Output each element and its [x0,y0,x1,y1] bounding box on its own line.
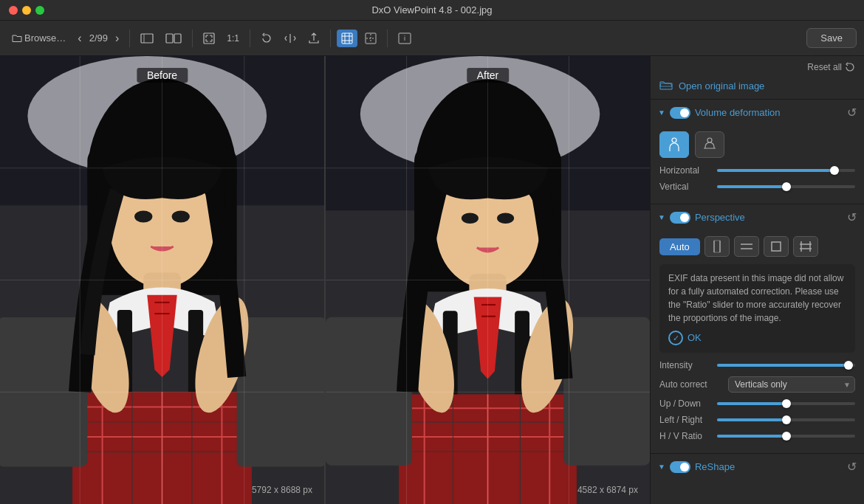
info-icon: i [398,32,411,44]
maximize-button[interactable] [35,6,44,15]
export-button[interactable] [304,30,324,47]
main-area: Before 5792 x 8688 px [0,56,864,504]
info-ok-row: ✓ OK [668,331,846,345]
hv-ratio-fill [717,435,786,438]
volume-deformation-header[interactable]: ▼ Volume deformation ↺ [651,100,864,125]
reset-all-button[interactable]: Reset all [807,62,855,72]
image-area: Before 5792 x 8688 px [0,56,650,504]
auto-correct-label: Auto correct [659,379,722,390]
persp-full-button[interactable] [793,236,818,257]
persp-verticals-button[interactable] [704,236,730,257]
intensity-slider[interactable] [717,364,855,367]
fit-button[interactable] [199,30,219,47]
persp-toggle-knob [680,213,689,222]
guides-icon [365,32,377,44]
title-bar: DxO ViewPoint 4.8 - 002.jpg [0,0,864,21]
separator-2 [192,30,193,47]
persp-rectangle-icon [770,241,782,252]
browse-button[interactable]: Browse… [7,30,70,46]
persp-horizontals-icon [740,241,753,252]
after-panel: After 4582 x 6874 px [324,56,650,504]
before-image [0,56,324,504]
zoom-1-1-button[interactable]: 1:1 [222,30,244,46]
perspective-content: Auto [651,230,864,453]
guides-button[interactable] [360,30,381,47]
volume-deformation-section: ▼ Volume deformation ↺ [651,99,864,204]
view-single-icon [140,33,154,44]
svg-rect-9 [342,33,352,44]
svg-rect-2 [166,34,173,43]
perspective-toggle[interactable] [670,212,690,224]
volume-deformation-reset-icon[interactable]: ↺ [847,106,857,120]
before-dims: 5792 x 8688 px [252,485,312,495]
perspective-section: ▼ Perspective ↺ Auto [651,204,864,453]
perspective-header[interactable]: ▼ Perspective ↺ [651,204,864,230]
left-right-fill [717,418,786,421]
volume-deformation-toggle[interactable] [670,107,690,119]
left-right-label: Left / Right [659,415,711,425]
reshape-reset-icon[interactable]: ↺ [847,460,857,474]
flip-icon [284,32,296,44]
hv-ratio-slider[interactable] [717,435,855,438]
grid-button[interactable] [337,30,357,47]
auto-correct-wrapper[interactable]: Verticals only Horizontals only Full Non… [728,376,855,393]
reshape-toggle[interactable] [670,461,690,473]
ok-label[interactable]: OK [688,331,702,345]
reshape-header[interactable]: ▼ ReShape ↺ [651,454,864,480]
after-dims: 4582 x 6874 px [577,485,638,495]
left-right-slider-row: Left / Right [659,415,855,425]
svg-point-81 [672,138,676,142]
view-split-button[interactable] [161,30,186,46]
hv-ratio-label: H / V Ratio [659,431,711,441]
info-button[interactable]: i [394,30,416,47]
person-half-button[interactable] [695,131,724,158]
person-full-button[interactable] [659,131,689,158]
up-down-fill [717,402,786,405]
vertical-slider-row: Vertical [659,182,855,192]
before-label: Before [137,68,188,83]
volume-icons [659,131,855,158]
view-single-button[interactable] [136,30,158,46]
svg-rect-3 [174,34,181,43]
minimize-button[interactable] [22,6,31,15]
flip-button[interactable] [280,30,301,47]
ok-check-button[interactable]: ✓ [668,331,683,345]
svg-rect-37 [237,317,324,466]
horizontal-fill [717,169,834,172]
folder-open-icon [659,80,673,92]
persp-horizontals-button[interactable] [734,236,759,257]
nav-counter: 2/99 [89,32,108,44]
svg-text:i: i [404,35,405,42]
vertical-slider[interactable] [717,185,855,188]
persp-full-icon [799,241,812,252]
perspective-reset-icon[interactable]: ↺ [847,210,857,224]
left-right-thumb [782,415,791,424]
right-panel: Reset all Open original image ▼ Volume d… [650,56,864,504]
persp-verticals-icon [711,240,723,253]
svg-rect-70 [563,317,650,466]
nav-next-button[interactable]: › [111,30,123,46]
rotate-left-button[interactable] [256,30,277,47]
left-right-slider[interactable] [717,418,855,421]
close-button[interactable] [9,6,18,15]
perspective-info-box: EXIF data present in this image did not … [659,264,855,353]
before-image-svg [0,56,324,504]
reshape-chevron-icon: ▼ [658,463,665,471]
svg-point-82 [707,138,712,142]
separator-4 [330,30,331,47]
auto-correct-select[interactable]: Verticals only Horizontals only Full Non… [728,376,855,393]
horizontal-slider[interactable] [717,169,855,172]
perspective-auto-button[interactable]: Auto [659,238,700,255]
separator-3 [250,30,250,47]
open-original-row[interactable]: Open original image [651,75,864,99]
up-down-label: Up / Down [659,398,711,409]
persp-rectangle-button[interactable] [764,236,789,257]
vertical-fill [717,185,786,188]
nav-prev-button[interactable]: ‹ [73,30,86,46]
up-down-slider[interactable] [717,402,855,405]
after-image-svg [326,56,650,504]
svg-point-41 [172,210,190,222]
save-button[interactable]: Save [806,28,857,48]
vertical-thumb [782,182,791,191]
intensity-slider-row: Intensity [659,360,855,370]
